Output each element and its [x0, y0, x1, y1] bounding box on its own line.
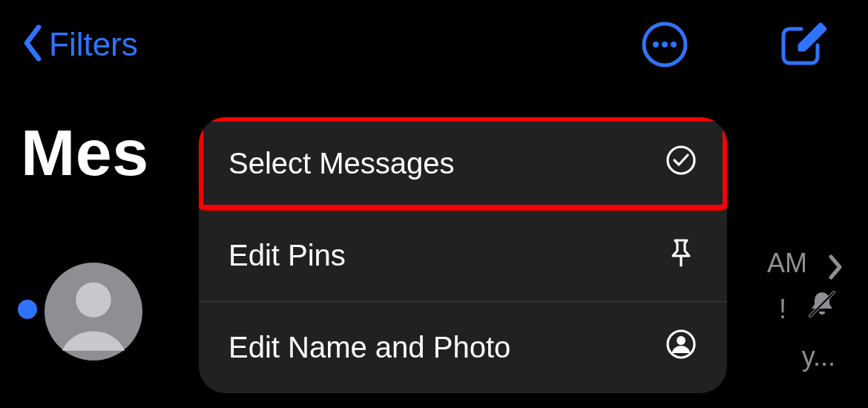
svg-point-1 [653, 42, 659, 47]
menu-item-label: Edit Pins [228, 239, 346, 272]
svg-point-2 [662, 42, 668, 47]
compose-icon [777, 20, 826, 69]
nav-right [641, 20, 868, 69]
row-snippet-2: y... [802, 341, 835, 372]
pin-icon [665, 236, 697, 275]
checkmark-circle-icon [665, 144, 697, 183]
menu-item-select-messages[interactable]: Select Messages [199, 117, 727, 209]
unread-dot-icon [18, 300, 37, 319]
row-meta: AM ! y... [711, 245, 852, 371]
menu-item-edit-name-photo[interactable]: Edit Name and Photo [199, 301, 727, 393]
avatar [45, 263, 142, 361]
menu-item-label: Edit Name and Photo [228, 331, 510, 364]
context-menu: Select Messages Edit Pins Edit Name and … [199, 117, 727, 393]
back-label: Filters [49, 26, 138, 63]
svg-point-3 [671, 42, 677, 47]
page-title: Mes [21, 115, 149, 191]
row-snippet-1: ! [779, 294, 786, 325]
row-timestamp: AM [767, 248, 807, 279]
svg-point-5 [76, 282, 111, 317]
person-silhouette-icon [45, 350, 142, 363]
nav-bar: Filters [0, 0, 868, 89]
compose-button[interactable] [777, 20, 826, 69]
person-circle-icon [665, 328, 697, 367]
menu-item-edit-pins[interactable]: Edit Pins [199, 209, 727, 301]
chevron-left-icon [21, 23, 45, 66]
ellipsis-circle-icon [641, 21, 688, 68]
svg-point-8 [668, 147, 694, 174]
back-button[interactable]: Filters [0, 23, 138, 66]
bell-slash-icon [806, 288, 838, 327]
more-button[interactable] [641, 21, 688, 68]
menu-item-label: Select Messages [228, 147, 455, 180]
chevron-right-icon [826, 254, 844, 287]
svg-point-11 [677, 336, 685, 345]
